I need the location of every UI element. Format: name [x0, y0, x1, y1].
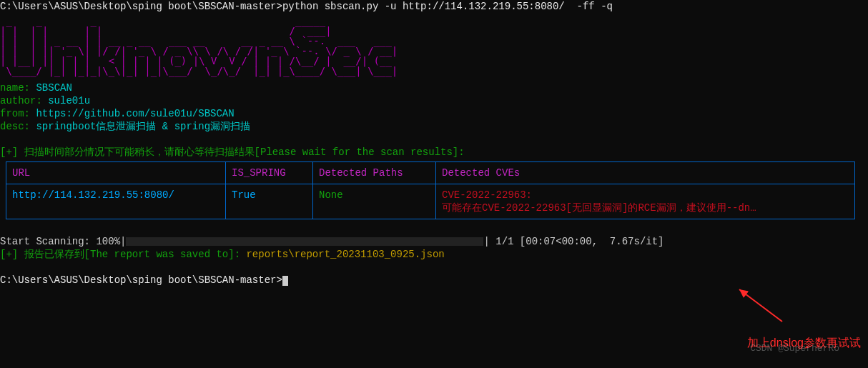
watermark-text: CSDN @SuperherRo: [750, 342, 839, 355]
cell-url: http://114.132.219.55:8080/: [6, 184, 226, 219]
prompt-path-2: C:\Users\ASUS\Desktop\sping boot\SBSCAN-…: [0, 274, 282, 286]
progress-line: Start Scanning: 100%|| 1/1 [00:07<00:00,…: [0, 235, 868, 248]
progress-bar: [126, 237, 483, 246]
cve-id: CVE-2022-22963:: [442, 189, 849, 202]
results-table-wrap: URL IS_SPRING Detected Paths Detected CV…: [6, 161, 862, 219]
saved-path: reports\report_20231103_0925.json: [246, 249, 444, 260]
cell-cves: CVE-2022-22963: 可能存在CVE-2022-22963[无回显漏洞…: [436, 184, 855, 219]
meta-from: from: https://github.com/sule01u/SBSCAN: [0, 107, 868, 120]
svg-line-0: [739, 289, 782, 322]
arrow-icon: [732, 286, 789, 325]
meta-author: author: sule01u: [0, 94, 868, 107]
table-row: http://114.132.219.55:8080/ True None CV…: [6, 184, 855, 219]
saved-line: [+] 报告已保存到[The report was saved to]: rep…: [0, 248, 868, 261]
prompt-line[interactable]: C:\Users\ASUS\Desktop\sping boot\SBSCAN-…: [0, 274, 868, 287]
meta-name: name: SBSCAN: [0, 81, 868, 94]
ascii-banner: _ _ _ _____ | | | | | | / ___| | | | | _…: [0, 16, 868, 76]
col-isspring: IS_SPRING: [226, 162, 313, 184]
cve-desc: 可能存在CVE-2022-22963[无回显漏洞]的RCE漏洞，建议使用--dn…: [442, 202, 849, 214]
col-url: URL: [6, 162, 226, 184]
saved-prefix: [+] 报告已保存到[The report was saved to]:: [0, 249, 240, 260]
typed-command: python sbscan.py -u http://114.132.219.5…: [282, 1, 613, 12]
table-header-row: URL IS_SPRING Detected Paths Detected CV…: [6, 162, 855, 184]
cursor-icon: [282, 276, 288, 286]
col-paths: Detected Paths: [313, 162, 436, 184]
results-table: URL IS_SPRING Detected Paths Detected CV…: [6, 161, 855, 219]
cell-paths: None: [313, 184, 436, 219]
progress-prefix: Start Scanning: 100%: [0, 236, 120, 247]
prompt-path: C:\Users\ASUS\Desktop\sping boot\SBSCAN-…: [0, 1, 282, 12]
command-line: C:\Users\ASUS\Desktop\sping boot\SBSCAN-…: [0, 0, 868, 13]
cell-isspring: True: [226, 184, 313, 219]
col-cves: Detected CVEs: [436, 162, 855, 184]
meta-desc: desc: springboot信息泄漏扫描 & spring漏洞扫描: [0, 120, 868, 133]
wait-message: [+] 扫描时间部分情况下可能稍长，请耐心等待扫描结果[Please wait …: [0, 146, 868, 159]
progress-suffix: 1/1 [00:07<00:00, 7.67s/it]: [490, 236, 664, 247]
